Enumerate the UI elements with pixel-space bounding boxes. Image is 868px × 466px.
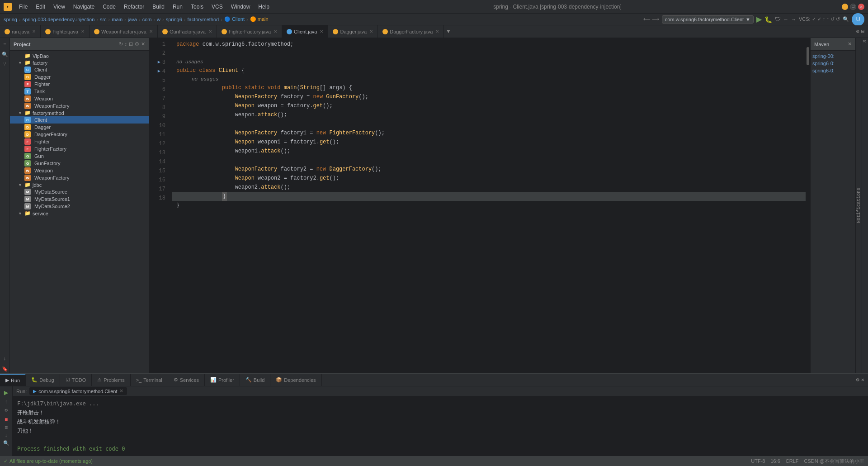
project-sort-icon[interactable]: ↕ [125, 41, 127, 47]
bottom-tab-debug[interactable]: 🐛 Debug [26, 374, 60, 386]
maven-close[interactable]: ✕ [848, 41, 852, 47]
run-gutter-3[interactable]: ▶ [158, 58, 160, 67]
breadcrumb-src[interactable]: src [100, 17, 107, 22]
tree-item-gun[interactable]: G Gun [10, 152, 149, 160]
tree-item-jdbc[interactable]: ▼ 📁 jdbc [10, 181, 149, 188]
project-sync-icon[interactable]: ↻ [119, 41, 123, 47]
run-scroll-button[interactable]: ↓ [5, 433, 8, 438]
tab-weaponfactory-java[interactable]: WeaponFactory.java ✕ [90, 25, 158, 38]
run-filter-button[interactable]: 🔍 [3, 440, 9, 446]
sidebar-icon-search[interactable]: 🔍 [0, 50, 9, 59]
coverage-button[interactable]: 🛡 [775, 16, 781, 23]
tab-close-weaponfactory[interactable]: ✕ [149, 29, 153, 34]
run-config-close[interactable]: ✕ [119, 388, 123, 394]
tab-client-java[interactable]: Client.java ✕ [282, 25, 328, 38]
menu-refactor[interactable]: Refactor [120, 3, 148, 11]
status-line-col[interactable]: 16:6 [770, 458, 780, 464]
project-settings-icon[interactable]: ⚙ [135, 41, 139, 47]
notifications-label[interactable]: Notifications [856, 188, 861, 223]
breadcrumb-main[interactable]: main [112, 17, 123, 22]
close-button[interactable]: ✕ [858, 4, 864, 10]
bottom-tab-build[interactable]: 🔨 Build [240, 374, 270, 386]
bottom-tab-todo[interactable]: ☑ TODO [60, 374, 92, 386]
tab-daggerfactory-java[interactable]: DaggerFactory.java ✕ [378, 25, 444, 38]
run-stop-button[interactable]: ■ [5, 417, 8, 423]
project-header-icons[interactable]: ↻ ↕ ⊟ ⚙ ✕ [119, 41, 146, 47]
tree-item-factorymethod[interactable]: ▼ 📁 factorymethod [10, 109, 149, 116]
profile-avatar[interactable]: U [852, 13, 864, 26]
bottom-tab-problems[interactable]: ⚠ Problems [92, 374, 130, 386]
tab-settings[interactable]: ⚙ [856, 28, 859, 35]
sidebar-icon-structure[interactable]: ≡ [0, 40, 9, 49]
menu-navigate[interactable]: Navigate [70, 3, 98, 11]
tree-item-weaponfactory-2[interactable]: W WeaponFactory [10, 174, 149, 181]
tree-item-service[interactable]: ▼ 📁 service [10, 210, 149, 217]
breadcrumb-java[interactable]: java [128, 17, 137, 22]
tree-item-fighterfactory[interactable]: F FighterFactory [10, 145, 149, 152]
tab-fighterfactory-java[interactable]: FighterFactory.java ✕ [217, 25, 282, 38]
breadcrumb-main-method[interactable]: 🟠 main [250, 16, 269, 22]
scroll-indicator[interactable] [806, 38, 810, 373]
bottom-tab-profiler[interactable]: 📊 Profiler [205, 374, 240, 386]
breadcrumb-factorymethod[interactable]: factorymethod [187, 17, 219, 22]
bottom-tab-run[interactable]: ▶ Run [0, 374, 26, 386]
tree-item-fighter-1[interactable]: F Fighter [10, 81, 149, 88]
menu-help[interactable]: Help [255, 3, 273, 11]
tab-close-client[interactable]: ✕ [320, 29, 323, 34]
breadcrumb-spring6[interactable]: spring6 [166, 17, 182, 22]
nav-forward[interactable]: → [791, 17, 796, 22]
sidebar-icon-bookmarks[interactable]: 🔖 [0, 364, 9, 373]
nav-back[interactable]: ← [783, 17, 788, 22]
tab-close-fighter[interactable]: ✕ [81, 29, 85, 34]
project-close-icon[interactable]: ✕ [141, 41, 145, 47]
tree-item-daggerfactory[interactable]: D DaggerFactory [10, 131, 149, 138]
menu-tools[interactable]: Tools [187, 3, 207, 11]
debug-button[interactable]: 🐛 [764, 16, 772, 23]
tab-close-run[interactable]: ✕ [32, 29, 36, 34]
run-rerun-button[interactable]: ↑ [5, 399, 8, 405]
run-button[interactable]: ▶ [756, 15, 762, 24]
tree-item-gunfactory[interactable]: G GunFactory [10, 160, 149, 167]
maven-item-3[interactable]: spring6-0: [812, 67, 854, 74]
run-list-button[interactable]: ≡ [5, 425, 8, 431]
tree-item-mydatasource2[interactable]: M MyDataSource2 [10, 203, 149, 210]
tab-gunfactory-java[interactable]: GunFactory.java ✕ [158, 25, 217, 38]
bottom-close-icon[interactable]: ✕ [861, 376, 864, 383]
menu-run[interactable]: Run [169, 3, 186, 11]
tree-item-client-2[interactable]: C Client [10, 116, 149, 124]
project-collapse-icon[interactable]: ⊟ [129, 41, 133, 47]
bottom-tab-services[interactable]: ⚙ Services [168, 374, 205, 386]
scroll-thumb[interactable] [807, 47, 809, 65]
tab-close-fighterfactory[interactable]: ✕ [274, 29, 277, 34]
editor-content[interactable]: 1 2 ▶ 3 ▶ 4 5 6 7 8 9 10 11 12 13 14 [149, 38, 810, 373]
menu-build[interactable]: Build [149, 3, 168, 11]
menu-bar[interactable]: File Edit View Navigate Code Refactor Bu… [15, 3, 273, 11]
tab-run-java[interactable]: run.java ✕ [0, 25, 41, 38]
breadcrumb-w[interactable]: w [157, 17, 160, 22]
search-button[interactable]: 🔍 [843, 16, 849, 22]
tab-fighter-java[interactable]: Fighter.java ✕ [41, 25, 90, 38]
minimize-button[interactable]: − [842, 4, 848, 10]
code-view[interactable]: package com.w.spring6.factorymethod; no … [172, 38, 806, 373]
status-encoding[interactable]: UTF-8 [751, 458, 765, 464]
maven-item-2[interactable]: spring6-0: [812, 60, 854, 67]
tree-item-weapon-2[interactable]: W Weapon [10, 167, 149, 174]
tab-close-dagger[interactable]: ✕ [369, 29, 373, 34]
maximize-button[interactable]: □ [850, 4, 856, 10]
menu-window[interactable]: Window [227, 3, 254, 11]
structure-sidebar-icon[interactable]: S [863, 40, 868, 43]
tree-item-client-1[interactable]: C Client [10, 66, 149, 73]
tree-item-fighter-2[interactable]: F Fighter [10, 138, 149, 145]
menu-vcs[interactable]: VCS [208, 3, 226, 11]
tab-close-gunfactory[interactable]: ✕ [208, 29, 212, 34]
menu-code[interactable]: Code [99, 3, 119, 11]
tab-split[interactable]: ⊟ [861, 28, 864, 35]
run-play-button[interactable]: ▶ [4, 388, 9, 397]
menu-edit[interactable]: Edit [32, 3, 49, 11]
tree-item-weapon-1[interactable]: W Weapon [10, 95, 149, 102]
sidebar-icon-git[interactable]: ⑂ [0, 60, 9, 69]
run-config-button[interactable]: ⚙ [5, 407, 8, 413]
run-config-tab[interactable]: ▶ com.w.spring6.factorymethod.Client ✕ [29, 387, 127, 395]
menu-view[interactable]: View [50, 3, 69, 11]
tab-dagger-java[interactable]: Dagger.java ✕ [328, 25, 378, 38]
